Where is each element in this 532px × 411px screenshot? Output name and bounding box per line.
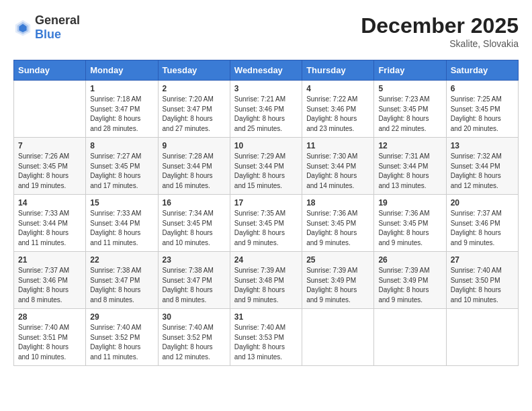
day-info: Sunrise: 7:22 AMSunset: 3:46 PMDaylight:…: [306, 95, 369, 134]
day-info: Sunrise: 7:20 AMSunset: 3:47 PMDaylight:…: [163, 95, 226, 134]
day-number: 5: [378, 84, 441, 93]
day-number: 14: [18, 198, 81, 208]
title-block: December 2025 Skalite, Slovakia: [361, 13, 519, 49]
day-info: Sunrise: 7:29 AMSunset: 3:44 PMDaylight:…: [234, 152, 298, 191]
table-row: [14, 81, 86, 138]
day-number: 31: [234, 312, 298, 322]
day-info: Sunrise: 7:40 AMSunset: 3:52 PMDaylight:…: [163, 323, 226, 362]
day-info: Sunrise: 7:27 AMSunset: 3:45 PMDaylight:…: [90, 152, 153, 191]
day-number: 4: [306, 84, 369, 93]
table-row: [374, 309, 446, 366]
day-info: Sunrise: 7:36 AMSunset: 3:45 PMDaylight:…: [378, 209, 441, 248]
table-row: 27Sunrise: 7:40 AMSunset: 3:50 PMDayligh…: [446, 252, 518, 309]
day-number: 8: [90, 141, 153, 150]
table-row: [302, 309, 374, 366]
table-row: 12Sunrise: 7:31 AMSunset: 3:44 PMDayligh…: [374, 138, 446, 195]
table-row: 29Sunrise: 7:40 AMSunset: 3:52 PMDayligh…: [86, 309, 158, 366]
logo-general: General: [35, 13, 80, 27]
logo-icon: [13, 18, 32, 37]
table-row: 22Sunrise: 7:38 AMSunset: 3:47 PMDayligh…: [86, 252, 158, 309]
day-info: Sunrise: 7:38 AMSunset: 3:47 PMDaylight:…: [163, 266, 226, 305]
calendar-week-row: 1Sunrise: 7:18 AMSunset: 3:47 PMDaylight…: [14, 81, 519, 138]
day-number: 17: [234, 198, 298, 208]
table-row: 25Sunrise: 7:39 AMSunset: 3:49 PMDayligh…: [302, 252, 374, 309]
col-saturday: Saturday: [446, 60, 518, 81]
day-info: Sunrise: 7:39 AMSunset: 3:49 PMDaylight:…: [306, 266, 369, 305]
day-info: Sunrise: 7:23 AMSunset: 3:45 PMDaylight:…: [378, 95, 441, 134]
day-number: 11: [306, 141, 369, 150]
table-row: 20Sunrise: 7:37 AMSunset: 3:46 PMDayligh…: [446, 195, 518, 252]
day-number: 13: [451, 141, 514, 150]
day-info: Sunrise: 7:30 AMSunset: 3:44 PMDaylight:…: [306, 152, 369, 191]
calendar-table: Sunday Monday Tuesday Wednesday Thursday…: [13, 60, 519, 366]
day-number: 12: [378, 141, 441, 150]
col-thursday: Thursday: [302, 60, 374, 81]
table-row: 26Sunrise: 7:39 AMSunset: 3:49 PMDayligh…: [374, 252, 446, 309]
day-info: Sunrise: 7:38 AMSunset: 3:47 PMDaylight:…: [90, 266, 153, 305]
day-number: 10: [234, 141, 298, 150]
day-info: Sunrise: 7:33 AMSunset: 3:44 PMDaylight:…: [90, 209, 153, 248]
day-info: Sunrise: 7:39 AMSunset: 3:49 PMDaylight:…: [378, 266, 441, 305]
col-friday: Friday: [374, 60, 446, 81]
calendar-week-row: 21Sunrise: 7:37 AMSunset: 3:46 PMDayligh…: [14, 252, 519, 309]
day-info: Sunrise: 7:34 AMSunset: 3:45 PMDaylight:…: [163, 209, 226, 248]
table-row: 1Sunrise: 7:18 AMSunset: 3:47 PMDaylight…: [86, 81, 158, 138]
table-row: 13Sunrise: 7:32 AMSunset: 3:44 PMDayligh…: [446, 138, 518, 195]
day-number: 28: [18, 312, 81, 322]
logo: General Blue: [13, 13, 80, 42]
day-info: Sunrise: 7:26 AMSunset: 3:45 PMDaylight:…: [18, 152, 81, 191]
table-row: 14Sunrise: 7:33 AMSunset: 3:44 PMDayligh…: [14, 195, 86, 252]
day-info: Sunrise: 7:37 AMSunset: 3:46 PMDaylight:…: [18, 266, 81, 305]
day-number: 20: [451, 198, 514, 208]
day-number: 22: [90, 255, 153, 265]
page-header: General Blue December 2025 Skalite, Slov…: [13, 13, 519, 49]
day-info: Sunrise: 7:40 AMSunset: 3:50 PMDaylight:…: [451, 266, 514, 305]
day-number: 26: [378, 255, 441, 265]
table-row: 6Sunrise: 7:25 AMSunset: 3:45 PMDaylight…: [446, 81, 518, 138]
day-info: Sunrise: 7:21 AMSunset: 3:46 PMDaylight:…: [234, 95, 298, 134]
day-number: 29: [90, 312, 153, 322]
day-number: 1: [90, 84, 153, 93]
table-row: 10Sunrise: 7:29 AMSunset: 3:44 PMDayligh…: [230, 138, 302, 195]
table-row: 21Sunrise: 7:37 AMSunset: 3:46 PMDayligh…: [14, 252, 86, 309]
table-row: 19Sunrise: 7:36 AMSunset: 3:45 PMDayligh…: [374, 195, 446, 252]
day-number: 23: [163, 255, 226, 265]
day-number: 16: [163, 198, 226, 208]
day-number: 30: [163, 312, 226, 322]
table-row: [446, 309, 518, 366]
col-sunday: Sunday: [14, 60, 86, 81]
col-monday: Monday: [86, 60, 158, 81]
table-row: 4Sunrise: 7:22 AMSunset: 3:46 PMDaylight…: [302, 81, 374, 138]
day-number: 21: [18, 255, 81, 265]
logo-text: General Blue: [35, 13, 80, 42]
table-row: 31Sunrise: 7:40 AMSunset: 3:53 PMDayligh…: [230, 309, 302, 366]
table-row: 7Sunrise: 7:26 AMSunset: 3:45 PMDaylight…: [14, 138, 86, 195]
calendar-header-row: Sunday Monday Tuesday Wednesday Thursday…: [14, 60, 519, 81]
table-row: 11Sunrise: 7:30 AMSunset: 3:44 PMDayligh…: [302, 138, 374, 195]
day-info: Sunrise: 7:33 AMSunset: 3:44 PMDaylight:…: [18, 209, 81, 248]
day-number: 18: [306, 198, 369, 208]
month-year-title: December 2025: [361, 13, 519, 38]
table-row: 8Sunrise: 7:27 AMSunset: 3:45 PMDaylight…: [86, 138, 158, 195]
day-number: 9: [163, 141, 226, 150]
table-row: 17Sunrise: 7:35 AMSunset: 3:45 PMDayligh…: [230, 195, 302, 252]
table-row: 23Sunrise: 7:38 AMSunset: 3:47 PMDayligh…: [158, 252, 230, 309]
table-row: 30Sunrise: 7:40 AMSunset: 3:52 PMDayligh…: [158, 309, 230, 366]
day-info: Sunrise: 7:40 AMSunset: 3:52 PMDaylight:…: [90, 323, 153, 362]
day-number: 19: [378, 198, 441, 208]
day-info: Sunrise: 7:25 AMSunset: 3:45 PMDaylight:…: [451, 95, 514, 134]
day-info: Sunrise: 7:40 AMSunset: 3:53 PMDaylight:…: [234, 323, 298, 362]
table-row: 18Sunrise: 7:36 AMSunset: 3:45 PMDayligh…: [302, 195, 374, 252]
day-number: 27: [451, 255, 514, 265]
day-number: 6: [451, 84, 514, 93]
day-info: Sunrise: 7:28 AMSunset: 3:44 PMDaylight:…: [163, 152, 226, 191]
location-subtitle: Skalite, Slovakia: [361, 38, 519, 49]
day-info: Sunrise: 7:32 AMSunset: 3:44 PMDaylight:…: [451, 152, 514, 191]
day-number: 3: [234, 84, 298, 93]
day-info: Sunrise: 7:18 AMSunset: 3:47 PMDaylight:…: [90, 95, 153, 134]
table-row: 16Sunrise: 7:34 AMSunset: 3:45 PMDayligh…: [158, 195, 230, 252]
day-info: Sunrise: 7:36 AMSunset: 3:45 PMDaylight:…: [306, 209, 369, 248]
day-number: 2: [163, 84, 226, 93]
col-wednesday: Wednesday: [230, 60, 302, 81]
table-row: 3Sunrise: 7:21 AMSunset: 3:46 PMDaylight…: [230, 81, 302, 138]
